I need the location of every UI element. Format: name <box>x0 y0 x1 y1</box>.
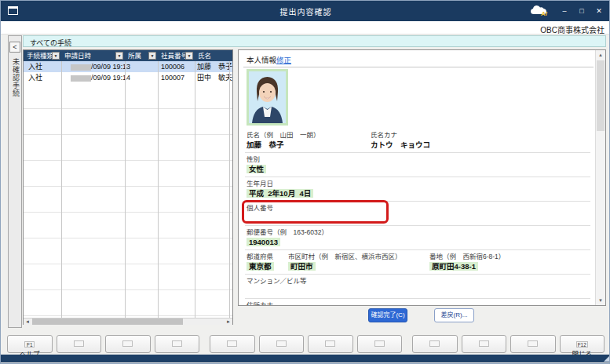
cell-name: 加藤 恭子 <box>197 61 232 72</box>
employee-photo <box>247 69 288 126</box>
field-value-street: 原町田4-38-1 <box>429 262 478 271</box>
scroll-right-icon[interactable]: ► <box>225 318 232 325</box>
field-value-name-kana: カトウ キョウコ <box>371 140 430 150</box>
table-row[interactable]: 入社 /09/09 19:14 100007 田中 敏夫 <box>24 72 232 83</box>
cell-request-datetime: /09/09 19:14 <box>71 72 130 83</box>
procedure-table: 手続種類 申請日時 所属 社員番号 氏名 ▼ ▼ ▼ ▼ 入社 /09/09 1… <box>23 49 233 325</box>
field-label: 番地（例 西新宿6-8-1） <box>429 253 505 261</box>
edit-link[interactable]: 修正 <box>276 54 291 65</box>
field-label: 住所カナ <box>247 301 590 306</box>
bottom-status-strip <box>1 355 610 362</box>
app-window: 提出内容確認 AI – □ ✕ OBC商事株式会社 すべての手続 < 未確認手続… <box>0 0 610 364</box>
company-name: OBC商事株式会社 <box>540 24 605 35</box>
table-header: 手続種類 申請日時 所属 社員番号 氏名 ▼ ▼ ▼ ▼ <box>24 50 232 61</box>
ai-badge: AI <box>540 10 548 17</box>
cell-procedure-type: 入社 <box>28 61 42 72</box>
fn-button-f1[interactable]: F1 ヘルプ <box>7 335 53 353</box>
scroll-up-icon[interactable]: ▲ <box>596 50 605 60</box>
company-bar: OBC商事株式会社 <box>1 21 610 35</box>
fn-button-f8 <box>357 335 403 353</box>
field-section-birthdate: 生年月日 平成 2年10月 4日 <box>245 177 590 202</box>
field-value-gender: 女性 <box>247 165 266 173</box>
field-value-name: 加藤 恭子 <box>247 140 371 150</box>
fn-button-f2 <box>57 335 102 353</box>
maximize-button[interactable]: □ <box>575 4 589 18</box>
fn-button-f5 <box>210 335 255 353</box>
window-title: 提出内容確認 <box>280 5 332 17</box>
field-label: マンション／ビル等 <box>247 277 590 286</box>
table-row[interactable]: 入社 /09/09 19:13 100006 加藤 恭子 <box>24 61 232 72</box>
fn-button-f10 <box>462 335 507 353</box>
side-tab-unconfirmed-procedures[interactable]: 未確認手続 <box>11 58 21 97</box>
field-section-name: 氏名（例 山田 一朗） 加藤 恭子 氏名カナ カトウ キョウコ <box>245 129 590 153</box>
field-section-gender: 性別 女性 <box>245 153 590 177</box>
cell-procedure-type: 入社 <box>28 72 42 83</box>
fn-button-f7 <box>308 335 353 353</box>
field-value-city: 町田市 <box>288 262 316 271</box>
resize-grip[interactable] <box>604 355 610 362</box>
function-key-bar: F1 ヘルプ F12 閉じる <box>1 335 610 354</box>
masked-date <box>71 64 91 71</box>
collapse-panel-button[interactable]: < <box>9 42 20 53</box>
filter-dropdown-icon[interactable]: ▼ <box>148 52 156 60</box>
scrollbar-thumb[interactable] <box>32 318 183 325</box>
field-value-birthdate: 平成 2年10月 4日 <box>247 189 313 198</box>
cell-employee-no: 100006 <box>161 61 184 72</box>
field-section-building: マンション／ビル等 <box>245 275 590 299</box>
field-section-address: 都道府県 東京都 市区町村（例 新宿区、横浜市西区） 町田市 番地（例 西新宿6… <box>245 250 590 275</box>
field-label: 都道府県 <box>247 253 288 261</box>
scrollbar-thumb[interactable] <box>597 60 605 131</box>
field-section-personal-number: 個人番号 <box>245 202 590 226</box>
fn-button-f3 <box>105 335 151 353</box>
detail-panel: 本人情報 修正 氏名（例 山田 一朗） <box>238 49 606 306</box>
filter-dropdown-icon[interactable]: ▼ <box>52 52 60 60</box>
window-icon <box>8 6 18 15</box>
field-label: 生年月日 <box>247 180 590 188</box>
field-value-postal-code: 1940013 <box>247 238 280 246</box>
field-value-building <box>247 286 590 296</box>
scroll-down-icon[interactable]: ▼ <box>596 296 605 305</box>
column-header-request-datetime: 申請日時 <box>64 50 91 61</box>
fn-button-f4 <box>155 335 200 353</box>
procedure-filter-bar: すべての手続 <box>23 35 606 47</box>
field-label: 個人番号 <box>247 204 590 213</box>
title-bar: 提出内容確認 AI – □ ✕ <box>1 1 610 21</box>
ai-cloud-icon[interactable]: AI <box>528 3 551 19</box>
filter-dropdown-icon[interactable]: ▼ <box>185 52 193 60</box>
field-section-address-kana: 住所カナ トウキヨウトマチダシハラマチダ <box>245 299 590 306</box>
column-header-name: 氏名 <box>198 50 211 61</box>
field-section-postal-code: 郵便番号（例 163-6032） 1940013 <box>245 226 590 250</box>
fn-button-f9 <box>412 335 458 353</box>
column-header-department: 所属 <box>128 50 141 61</box>
masked-date <box>71 75 91 82</box>
side-collapse-strip: < 未確認手続 <box>8 35 22 328</box>
fn-button-f12[interactable]: F12 閉じる <box>560 335 605 353</box>
minimize-button[interactable]: – <box>557 4 572 18</box>
send-back-button[interactable]: 差戻(R)... <box>434 308 474 322</box>
horizontal-scrollbar[interactable]: ◄ ► <box>24 318 232 325</box>
close-button[interactable]: ✕ <box>592 4 606 18</box>
field-value-prefecture: 東京都 <box>247 262 274 271</box>
vertical-scrollbar[interactable]: ▲ ▼ <box>595 50 605 305</box>
scroll-left-icon[interactable]: ◄ <box>24 318 31 325</box>
field-label: 性別 <box>247 155 590 164</box>
cell-employee-no: 100007 <box>161 72 184 83</box>
section-title-personal-info: 本人情報 <box>247 54 276 65</box>
field-label: 氏名カナ <box>371 131 430 140</box>
cell-request-datetime: /09/09 19:13 <box>71 61 130 72</box>
empty-rows-grid <box>24 83 232 318</box>
field-label: 郵便番号（例 163-6032） <box>247 228 590 237</box>
field-label: 氏名（例 山田 一朗） <box>247 131 371 140</box>
field-label: 市区町村（例 新宿区、横浜市西区） <box>288 253 429 261</box>
procedure-filter-label: すべての手続 <box>30 38 71 48</box>
field-value-personal-number <box>247 213 590 223</box>
column-header-employee-no: 社員番号 <box>161 50 188 61</box>
fn-button-f6 <box>259 335 305 353</box>
fn-button-f11 <box>510 335 556 353</box>
confirm-complete-button[interactable]: 確認完了(C) <box>368 308 407 322</box>
column-header-procedure-type: 手続種類 <box>27 50 53 61</box>
cell-name: 田中 敏夫 <box>197 72 232 83</box>
filter-dropdown-icon[interactable]: ▼ <box>115 52 123 60</box>
